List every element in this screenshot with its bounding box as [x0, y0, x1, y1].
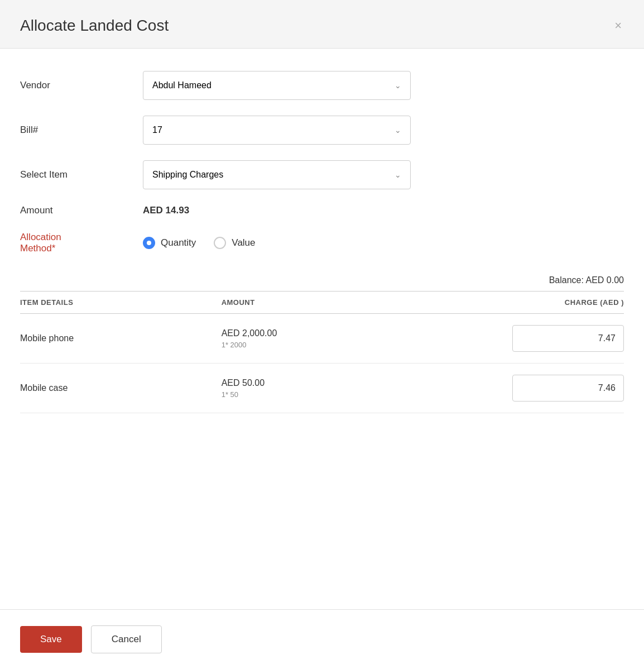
balance-row: Balance: AED 0.00 — [20, 270, 624, 291]
bill-value: 17 — [152, 125, 162, 135]
select-item-label: Select Item — [20, 169, 143, 180]
item-value: Shipping Charges — [152, 170, 223, 180]
vendor-row: Vendor Abdul Hameed ⌄ — [20, 71, 624, 100]
chevron-down-icon: ⌄ — [395, 170, 401, 179]
bill-row: Bill# 17 ⌄ — [20, 116, 624, 145]
amount-value: AED 14.93 — [143, 205, 189, 216]
chevron-down-icon: ⌄ — [395, 81, 401, 90]
radio-input-quantity[interactable] — [143, 237, 155, 249]
amount-label: Amount — [20, 205, 143, 216]
item-select[interactable]: Shipping Charges ⌄ — [143, 160, 411, 189]
table-row: Mobile case AED 50.00 1* 50 — [20, 364, 624, 413]
table-row: Mobile phone AED 2,000.00 1* 2000 — [20, 314, 624, 364]
cancel-button[interactable]: Cancel — [91, 625, 162, 653]
save-button[interactable]: Save — [20, 626, 82, 653]
radio-input-value[interactable] — [214, 237, 226, 249]
select-item-row: Select Item Shipping Charges ⌄ — [20, 160, 624, 189]
charge-input-1[interactable] — [512, 325, 624, 352]
item-charge-cell-1 — [422, 325, 624, 352]
radio-label-quantity: Quantity — [161, 237, 196, 249]
radio-option-quantity[interactable]: Quantity — [143, 237, 196, 249]
vendor-value: Abdul Hameed — [152, 80, 212, 90]
item-name-1: Mobile phone — [20, 333, 222, 343]
allocation-method-label: Allocation Method* — [20, 232, 143, 254]
modal-footer: Save Cancel — [0, 609, 644, 669]
item-name-2: Mobile case — [20, 383, 222, 393]
vendor-label: Vendor — [20, 80, 143, 91]
item-amount-2: AED 50.00 1* 50 — [222, 378, 423, 399]
allocate-landed-cost-modal: Allocate Landed Cost × Vendor Abdul Hame… — [0, 0, 644, 669]
table-section: Balance: AED 0.00 ITEM DETAILS AMOUNT CH… — [20, 270, 624, 413]
balance-label: Balance: AED 0.00 — [549, 275, 624, 285]
amount-row: Amount AED 14.93 — [20, 205, 624, 216]
vendor-select[interactable]: Abdul Hameed ⌄ — [143, 71, 411, 100]
radio-option-value[interactable]: Value — [214, 237, 255, 249]
allocation-method-row: Allocation Method* Quantity Value — [20, 232, 624, 254]
table-header: ITEM DETAILS AMOUNT CHARGE (AED ) — [20, 291, 624, 314]
charge-input-2[interactable] — [512, 375, 624, 402]
radio-label-value: Value — [232, 237, 255, 249]
modal-header: Allocate Landed Cost × — [0, 0, 644, 49]
item-charge-cell-2 — [422, 375, 624, 402]
header-charge: CHARGE (AED ) — [422, 298, 624, 307]
allocation-method-radio-group: Quantity Value — [143, 237, 256, 249]
bill-select[interactable]: 17 ⌄ — [143, 116, 411, 145]
close-button[interactable]: × — [612, 17, 624, 34]
chevron-down-icon: ⌄ — [395, 126, 401, 135]
modal-body: Vendor Abdul Hameed ⌄ Bill# 17 ⌄ Select … — [0, 49, 644, 609]
item-amount-1: AED 2,000.00 1* 2000 — [222, 328, 423, 349]
bill-label: Bill# — [20, 125, 143, 136]
modal-title: Allocate Landed Cost — [20, 17, 169, 35]
header-amount: AMOUNT — [222, 298, 423, 307]
header-item-details: ITEM DETAILS — [20, 298, 222, 307]
